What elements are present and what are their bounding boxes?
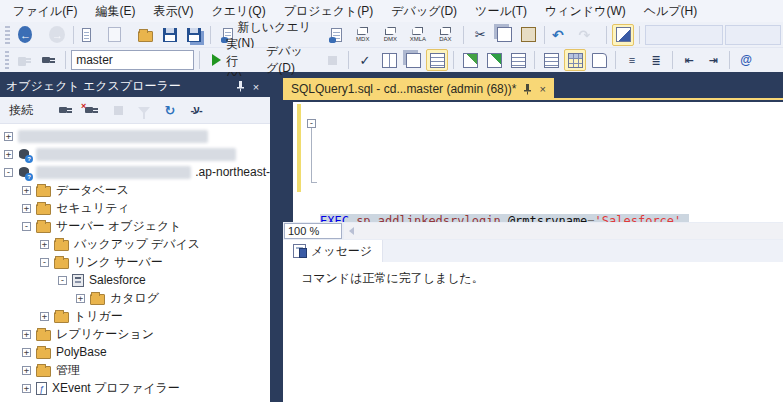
tree-item-xevent-profiler[interactable]: + ƒ XEvent プロファイラー xyxy=(0,379,270,397)
add-item-button[interactable] xyxy=(105,24,132,46)
menu-file[interactable]: ファイル(F) xyxy=(4,0,86,23)
increase-indent-button[interactable]: ⇥ xyxy=(702,49,724,71)
new-xmla-query-button[interactable]: XMLA xyxy=(405,24,431,46)
open-file-button[interactable] xyxy=(135,24,157,46)
toolbar-grip[interactable] xyxy=(5,51,9,69)
results-to-file-button[interactable] xyxy=(588,49,610,71)
debug-button[interactable]: デバッグ(D) xyxy=(259,49,319,71)
navigate-forward-button[interactable]: → xyxy=(46,24,68,46)
auto-hide-pin-button[interactable] xyxy=(232,79,248,94)
toolbar-overflow-button[interactable] xyxy=(759,49,781,71)
new-item-button[interactable] xyxy=(79,24,103,46)
tree-item-linked-servers[interactable]: - リンク サーバー xyxy=(0,253,270,271)
new-dax-query-button[interactable]: DAX xyxy=(433,24,459,46)
include-actual-plan-button[interactable] xyxy=(459,49,481,71)
tree-item-server-1[interactable]: + xyxy=(0,127,270,145)
close-tab-icon[interactable]: × xyxy=(539,83,545,95)
tree-item-server-expanded[interactable]: - ? .ap-northeast- xyxy=(0,163,270,181)
menu-help[interactable]: ヘルプ(H) xyxy=(635,0,707,23)
decrease-indent-button[interactable]: ⇤ xyxy=(678,49,700,71)
object-explorer-titlebar[interactable]: オブジェクト エクスプローラー × xyxy=(0,76,270,97)
tree-item-databases[interactable]: + データベース xyxy=(0,181,270,199)
cancel-query-button[interactable] xyxy=(321,49,343,71)
expander-icon[interactable]: + xyxy=(76,294,85,303)
expander-icon[interactable]: + xyxy=(22,348,31,357)
fold-collapse-icon[interactable]: - xyxy=(307,119,316,128)
expander-icon[interactable]: + xyxy=(22,330,31,339)
save-all-button[interactable] xyxy=(183,24,205,46)
expander-icon[interactable]: + xyxy=(40,312,49,321)
expander-icon[interactable]: + xyxy=(4,150,13,159)
tree-item-server-2[interactable]: + ? xyxy=(0,145,270,163)
tree-item-backup-devices[interactable]: + バックアップ デバイス xyxy=(0,235,270,253)
horizontal-scrollbar[interactable] xyxy=(344,223,783,239)
connect-query-button[interactable] xyxy=(14,49,36,71)
cut-button[interactable]: ✂ xyxy=(469,24,491,46)
expander-icon[interactable]: + xyxy=(22,204,31,213)
expander-icon[interactable]: - xyxy=(22,222,31,231)
expander-icon[interactable]: - xyxy=(58,276,67,285)
messages-tab[interactable]: メッセージ xyxy=(283,240,383,262)
expander-icon[interactable]: + xyxy=(40,240,49,249)
live-query-statistics-button[interactable] xyxy=(483,49,505,71)
menu-view[interactable]: 表示(V) xyxy=(144,0,202,23)
activity-monitor-button[interactable]: -ע- xyxy=(185,99,207,121)
save-button[interactable] xyxy=(159,24,181,46)
close-panel-button[interactable]: × xyxy=(248,79,264,94)
redo-button[interactable]: ↷ xyxy=(577,24,601,46)
tree-item-management[interactable]: + 管理 xyxy=(0,361,270,379)
tree-item-salesforce[interactable]: - Salesforce xyxy=(0,271,270,289)
sql-editor[interactable]: - EXEC sp_addlinkedsrvlogin @rmtsrvname=… xyxy=(283,102,783,222)
expander-icon[interactable]: - xyxy=(40,258,49,267)
undo-button[interactable]: ↶ xyxy=(550,24,574,46)
execute-button[interactable]: 実行(X) xyxy=(205,49,257,71)
disconnect-server-button[interactable]: × xyxy=(81,99,103,121)
toolbar-grip[interactable] xyxy=(5,26,10,44)
tree-item-server-objects[interactable]: - サーバー オブジェクト xyxy=(0,217,270,235)
results-to-grid-button[interactable] xyxy=(564,49,586,71)
change-connection-button[interactable] xyxy=(38,49,60,71)
parse-button[interactable]: ✓ xyxy=(354,49,376,71)
database-combobox[interactable]: master xyxy=(71,50,194,70)
connect-dropdown-button[interactable]: 接続 xyxy=(5,99,51,121)
expander-icon[interactable]: + xyxy=(22,384,31,393)
scroll-left-icon[interactable] xyxy=(349,227,354,235)
comment-out-button[interactable]: ≡ xyxy=(621,49,643,71)
tree-item-polybase[interactable]: + PolyBase xyxy=(0,343,270,361)
menu-window[interactable]: ウィンドウ(W) xyxy=(536,0,635,23)
connect-server-button[interactable] xyxy=(55,99,77,121)
expander-icon[interactable]: + xyxy=(4,132,13,141)
tree-item-triggers[interactable]: + トリガー xyxy=(0,307,270,325)
zoom-level-combobox[interactable]: 100 % xyxy=(284,223,342,239)
query-document-tab[interactable]: SQLQuery1.sql - cd...master (admin (68))… xyxy=(283,78,554,100)
tree-item-replication[interactable]: + レプリケーション xyxy=(0,325,270,343)
menu-debug[interactable]: デバッグ(D) xyxy=(382,0,466,23)
uncomment-button[interactable]: ≣ xyxy=(645,49,667,71)
navigate-back-button[interactable]: ← xyxy=(15,24,44,46)
new-mdx-query-button[interactable]: MDX xyxy=(350,24,376,46)
expander-icon[interactable]: - xyxy=(4,168,13,177)
filter-button[interactable] xyxy=(133,99,155,121)
menu-edit[interactable]: 編集(E) xyxy=(86,0,144,23)
expander-icon[interactable]: + xyxy=(22,186,31,195)
pin-icon[interactable] xyxy=(523,84,532,95)
stop-button[interactable] xyxy=(107,99,129,121)
new-dmx-query-button[interactable]: DMX xyxy=(378,24,404,46)
window-position-button[interactable] xyxy=(216,79,232,94)
intellisense-enabled-button[interactable] xyxy=(426,49,448,71)
messages-icon xyxy=(293,244,306,258)
tree-item-catalogs[interactable]: + カタログ xyxy=(0,289,270,307)
tree-item-security[interactable]: + セキュリティ xyxy=(0,199,270,217)
selector-tool-button[interactable] xyxy=(612,24,634,46)
client-statistics-button[interactable] xyxy=(507,49,529,71)
new-current-connection-query-button[interactable] xyxy=(326,24,348,46)
copy-button[interactable] xyxy=(493,24,515,46)
paste-button[interactable] xyxy=(517,24,539,46)
display-estimated-plan-button[interactable] xyxy=(378,49,400,71)
query-options-button[interactable] xyxy=(402,49,424,71)
template-parameters-button[interactable]: @ xyxy=(735,49,757,71)
results-to-text-button[interactable] xyxy=(540,49,562,71)
menu-tools[interactable]: ツール(T) xyxy=(466,0,536,23)
expander-icon[interactable]: + xyxy=(22,366,31,375)
refresh-button[interactable]: ↻ xyxy=(159,99,181,121)
